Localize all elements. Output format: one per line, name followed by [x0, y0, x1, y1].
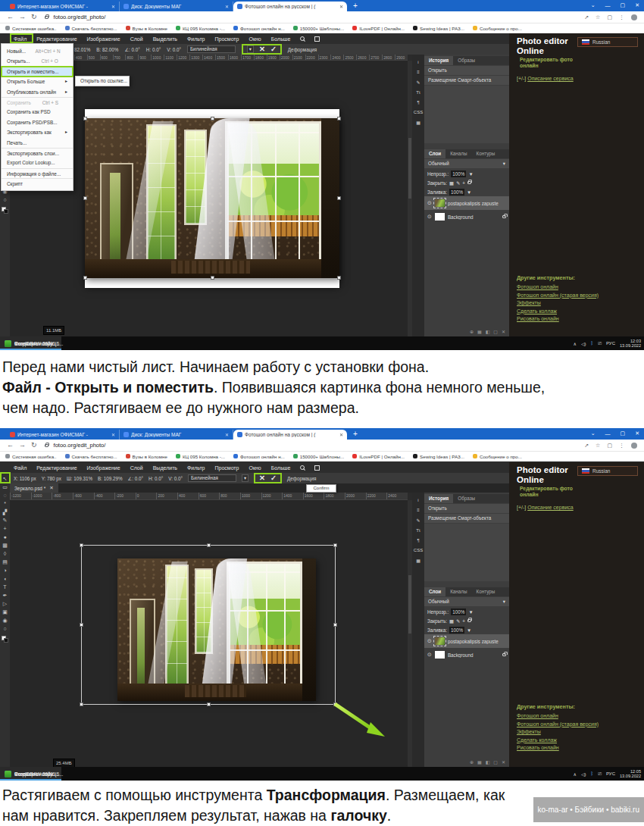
profile-avatar[interactable] — [631, 443, 637, 449]
tray-expand-icon[interactable]: ∧ — [574, 771, 577, 777]
panel-icon[interactable]: ✎ — [416, 80, 420, 85]
angle-value[interactable]: ∠: 0.0° — [128, 476, 143, 481]
browser-tab[interactable]: Фотошоп онлайн на русском | ( ✕ — [233, 2, 347, 11]
window-control-icon[interactable]: — — [605, 431, 611, 436]
tool-icon[interactable]: ◊ — [4, 551, 6, 556]
bookmark-item[interactable]: КЦ 095 Коломна -... — [176, 26, 225, 31]
tool-link[interactable]: Эффекты — [517, 299, 638, 308]
tool-link[interactable]: Сделать коллаж — [517, 737, 638, 745]
lock-icon[interactable] — [467, 619, 471, 622]
tool-icon[interactable]: ▷ — [3, 601, 7, 606]
menu-item[interactable]: Слой — [130, 36, 143, 42]
file-menu-item[interactable]: Новый... Alt+Ctrl + N ▸ — [2, 46, 73, 56]
panel-icon[interactable]: ▦ — [416, 120, 420, 125]
browser-action-icon[interactable]: ☆ — [596, 443, 600, 449]
back-icon[interactable]: ← — [7, 14, 14, 20]
opacity-value[interactable]: 100% — [451, 609, 466, 615]
tool-icon[interactable]: ◖ — [3, 576, 6, 581]
bookmark-item[interactable]: Скачать бесплатно... — [65, 454, 117, 459]
bookmark-item[interactable]: Системная ошибка.. — [5, 26, 57, 31]
lock-icon[interactable] — [467, 181, 471, 184]
x-position-value[interactable]: X: 1106 px — [14, 476, 36, 481]
back-icon[interactable]: ← — [7, 442, 14, 449]
v-skew-value[interactable]: V: 0.0° — [167, 47, 181, 52]
transform-handle[interactable] — [83, 276, 87, 280]
color-swatches[interactable] — [2, 636, 8, 643]
layer-row[interactable]: ⊙ Background — [424, 648, 509, 662]
tool-icon[interactable]: ↖ — [3, 476, 8, 481]
tab-close-icon[interactable]: ✕ — [339, 4, 343, 9]
transform-handle[interactable] — [333, 623, 337, 627]
history-item[interactable]: Размещение Смарт-объекта — [424, 514, 509, 523]
lock-option-icon[interactable]: + — [462, 618, 465, 624]
panel-action-icon[interactable]: ▦ — [477, 329, 482, 334]
new-tab-button[interactable]: + — [353, 429, 358, 439]
fullscreen-icon[interactable] — [314, 36, 320, 42]
bookmark-item[interactable]: ILovePDF | Онлайн... — [352, 26, 405, 31]
menu-item[interactable]: Просмотр — [215, 465, 239, 471]
canvas-area[interactable] — [10, 500, 408, 767]
window-control-icon[interactable]: ✕ — [635, 2, 639, 8]
url-text[interactable]: fotoo.org/edit_photo/ — [54, 14, 106, 20]
panel-action-icon[interactable]: ◧ — [486, 329, 490, 334]
bookmark-item[interactable]: Фотошоп онлайн н... — [233, 26, 285, 31]
interpolation-dropdown-icon[interactable]: ▾ — [247, 45, 254, 53]
tool-link[interactable]: Фотошоп онлайн (старая версия) — [517, 292, 638, 300]
tool-icon[interactable]: ◌ — [3, 493, 6, 498]
tool-icon[interactable]: ○ — [3, 197, 6, 202]
bookmark-item[interactable]: КЦ 095 Коломна -... — [176, 454, 225, 459]
menu-item[interactable]: Больше — [271, 465, 291, 471]
panel-icon[interactable]: ¶ — [417, 100, 419, 105]
panel-action-icon[interactable]: ▢ — [493, 329, 498, 334]
panel-icon[interactable]: ▦ — [416, 558, 420, 563]
menu-item[interactable]: Файл — [14, 465, 27, 471]
panel-tab[interactable]: Каналы — [445, 587, 471, 596]
transform-handle[interactable] — [80, 623, 83, 627]
panel-action-icon[interactable]: ✕ — [502, 329, 505, 334]
panel-icon[interactable]: i — [417, 498, 418, 502]
file-menu-item[interactable]: Export Color Lookup... ▸ — [2, 158, 73, 167]
window-control-icon[interactable]: — — [605, 3, 611, 8]
color-swatches[interactable] — [2, 207, 8, 214]
panel-icon[interactable]: ✎ — [416, 518, 420, 523]
bookmark-item[interactable]: Системная ошибка.. — [5, 454, 57, 459]
panel-tab[interactable]: Каналы — [445, 149, 471, 158]
history-item[interactable]: Открыть — [424, 66, 509, 75]
menu-item[interactable]: Выделить — [153, 465, 177, 471]
bookmark-item[interactable]: Вузы в Коломне — [126, 26, 167, 31]
bookmark-item[interactable]: Скачать бесплатно... — [65, 26, 117, 31]
lock-option-icon[interactable]: ▦ — [449, 180, 454, 186]
panel-icon[interactable]: i — [417, 60, 418, 64]
opacity-value[interactable]: 100% — [451, 171, 466, 177]
window-control-icon[interactable]: ▢ — [621, 2, 626, 8]
layer-row[interactable]: ⊙ postapokalipsis zapuste — [424, 196, 509, 210]
tool-icon[interactable]: * — [4, 501, 6, 506]
panel-tab[interactable]: Образы — [453, 56, 480, 65]
panel-tab[interactable]: Контуры — [472, 149, 500, 158]
file-menu-item[interactable]: Скрипт ▸ — [2, 178, 73, 188]
search-icon[interactable] — [300, 36, 305, 41]
confirm-transform-button[interactable]: ✓ — [270, 474, 277, 482]
browser-action-icon[interactable]: ⋮ — [619, 14, 624, 20]
tool-icon[interactable]: ✒ — [3, 593, 8, 598]
menu-item[interactable]: Окно — [249, 465, 261, 471]
panel-action-icon[interactable]: ✕ — [502, 759, 505, 765]
network-icon[interactable]: ⎚ — [598, 341, 602, 346]
window-control-icon[interactable]: ✕ — [635, 430, 639, 436]
tool-link[interactable]: Сделать коллаж — [517, 308, 638, 316]
forward-icon[interactable]: → — [19, 442, 26, 449]
panel-action-icon[interactable]: ⊕ — [470, 329, 474, 334]
file-menu-item[interactable]: Сохранить Ctrl + S ▸ — [2, 97, 73, 107]
tool-link[interactable]: Фотошоп онлайн (старая версия) — [517, 721, 638, 729]
clock[interactable]: 12:03 13.09.2022 — [620, 339, 641, 349]
panel-icon[interactable]: Tt — [416, 90, 420, 95]
width-value[interactable]: 82.01% — [74, 47, 90, 52]
confirm-transform-button[interactable]: ✓ — [270, 45, 277, 53]
transform-handle[interactable] — [80, 543, 83, 547]
menu-item[interactable]: Просмотр — [215, 36, 239, 42]
panel-icon[interactable]: ≡ — [417, 508, 420, 512]
tool-link[interactable]: Фотошоп онлайн — [517, 712, 638, 721]
file-menu-item[interactable]: Печать... ▸ — [2, 138, 73, 148]
menu-item[interactable]: Слой — [130, 465, 143, 471]
profile-avatar[interactable] — [631, 14, 637, 20]
